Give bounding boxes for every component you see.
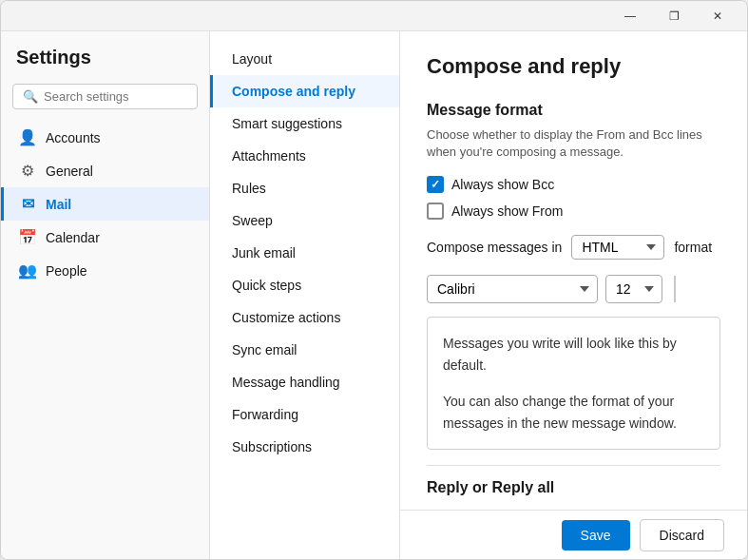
sidebar-item-calendar-label: Calendar xyxy=(46,230,100,245)
general-icon: ⚙ xyxy=(19,162,36,180)
sidebar-item-mail[interactable]: ✉ Mail xyxy=(1,187,209,221)
reply-section-title: Reply or Reply all xyxy=(427,465,720,496)
window-controls: — ❐ ✕ xyxy=(608,1,739,31)
middle-item-attachments[interactable]: Attachments xyxy=(210,140,399,172)
checkmark-icon: ✓ xyxy=(431,178,440,191)
format-suffix: format xyxy=(674,240,712,255)
always-show-bcc-label: Always show Bcc xyxy=(451,177,554,192)
middle-item-forwarding[interactable]: Forwarding xyxy=(210,398,399,431)
middle-item-subscriptions[interactable]: Subscriptions xyxy=(210,431,399,463)
message-format-title: Message format xyxy=(427,102,720,119)
middle-item-junk-email[interactable]: Junk email xyxy=(210,237,399,269)
accounts-icon: 👤 xyxy=(19,128,36,146)
sidebar-item-calendar[interactable]: 📅 Calendar xyxy=(1,221,209,254)
middle-item-sync-email[interactable]: Sync email xyxy=(210,334,399,366)
people-icon: 👥 xyxy=(19,261,36,280)
left-sidebar: Settings 🔍 👤 Accounts ⚙ General ✉ Mail 📅… xyxy=(1,31,210,559)
format-divider xyxy=(674,276,676,302)
preview-box: Messages you write will look like this b… xyxy=(427,317,720,450)
bottom-bar: Save Discard xyxy=(400,510,747,559)
middle-item-message-handling[interactable]: Message handling xyxy=(210,366,399,398)
sidebar-item-people-label: People xyxy=(46,263,87,279)
sidebar-item-accounts[interactable]: 👤 Accounts xyxy=(1,121,209,154)
size-dropdown[interactable]: 12 10 14 16 xyxy=(605,275,662,303)
search-box[interactable]: 🔍 xyxy=(12,84,198,109)
middle-item-compose-reply[interactable]: Compose and reply xyxy=(210,75,399,107)
preview-text-1: Messages you write will look like this b… xyxy=(443,333,704,376)
minimize-button[interactable]: — xyxy=(608,1,652,31)
content-area: Settings 🔍 👤 Accounts ⚙ General ✉ Mail 📅… xyxy=(1,31,747,559)
always-show-from-label: Always show From xyxy=(451,203,563,219)
font-row: Calibri Arial Times New Roman 12 10 14 1… xyxy=(427,275,720,303)
middle-item-quick-steps[interactable]: Quick steps xyxy=(210,269,399,301)
search-icon: 🔍 xyxy=(23,89,38,104)
discard-button[interactable]: Discard xyxy=(640,519,724,551)
sidebar-item-people[interactable]: 👥 People xyxy=(1,254,209,287)
preview-text-2: You can also change the format of your m… xyxy=(443,391,704,434)
calendar-icon: 📅 xyxy=(19,228,36,246)
sidebar-item-accounts-label: Accounts xyxy=(46,130,101,145)
always-show-from-row: Always show From xyxy=(427,203,720,220)
save-button[interactable]: Save xyxy=(562,520,630,550)
middle-item-customize-actions[interactable]: Customize actions xyxy=(210,301,399,334)
sidebar-item-general[interactable]: ⚙ General xyxy=(1,154,209,187)
middle-item-layout[interactable]: Layout xyxy=(210,43,399,75)
maximize-button[interactable]: ❐ xyxy=(652,1,696,31)
format-dropdown[interactable]: HTML Plain text xyxy=(571,235,664,260)
always-show-from-checkbox[interactable] xyxy=(427,203,444,220)
middle-item-sweep[interactable]: Sweep xyxy=(210,204,399,237)
main-content: Compose and reply Message format Choose … xyxy=(400,31,747,510)
always-show-bcc-row: ✓ Always show Bcc xyxy=(427,176,720,193)
page-title: Compose and reply xyxy=(427,54,720,79)
title-bar: — ❐ ✕ xyxy=(1,1,747,31)
middle-panel: Layout Compose and reply Smart suggestio… xyxy=(210,31,400,559)
mail-icon: ✉ xyxy=(19,195,36,213)
always-show-bcc-checkbox[interactable]: ✓ xyxy=(427,176,444,193)
font-dropdown[interactable]: Calibri Arial Times New Roman xyxy=(427,275,598,303)
search-input[interactable] xyxy=(44,89,203,104)
sidebar-item-mail-label: Mail xyxy=(46,197,71,212)
sidebar-item-general-label: General xyxy=(46,164,93,179)
compose-messages-label: Compose messages in xyxy=(427,240,562,255)
message-format-desc: Choose whether to display the From and B… xyxy=(427,126,720,161)
format-row: Compose messages in HTML Plain text form… xyxy=(427,235,720,260)
middle-item-rules[interactable]: Rules xyxy=(210,172,399,204)
sidebar-title: Settings xyxy=(1,47,209,84)
settings-window: — ❐ ✕ Settings 🔍 👤 Accounts ⚙ General ✉ xyxy=(0,0,748,560)
middle-item-smart-suggestions[interactable]: Smart suggestions xyxy=(210,107,399,140)
close-button[interactable]: ✕ xyxy=(696,1,739,31)
